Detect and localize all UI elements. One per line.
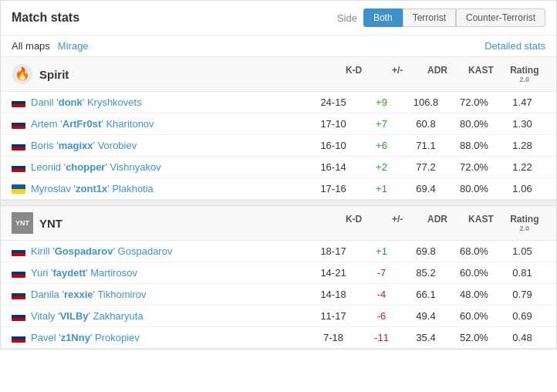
maps-row: All maps Mirage Detailed stats: [1, 35, 556, 57]
flag-russia-icon: [12, 98, 25, 107]
player-name-cell: Leonid 'chopper' Vishnyakov: [12, 161, 306, 173]
player-row: Kirill 'Gospadarov' Gospadarov 18-17 +1 …: [1, 241, 556, 262]
player-adr: 71.1: [403, 140, 449, 151]
team-ynt-label: YNT: [39, 217, 62, 230]
player-adr: 85.2: [403, 267, 449, 279]
player-kast: 68.0%: [449, 245, 499, 257]
player-kd: 17-10: [306, 118, 360, 130]
player-adr: 69.4: [403, 183, 449, 194]
player-row: Myroslav 'zont1x' Plakhotia 17-16 +1 69.…: [1, 178, 556, 200]
svg-text:🔥: 🔥: [15, 66, 30, 81]
player-rating: 1.30: [499, 118, 545, 130]
team-ynt-name-cell: YNT YNT: [12, 212, 329, 234]
player-link[interactable]: Vitaly 'VILBy' Zakharyuta: [31, 310, 143, 322]
player-rating: 1.28: [499, 140, 545, 151]
col-header-pm: +/-: [378, 65, 417, 83]
player-pm: +2: [360, 161, 403, 173]
maps-left: All maps Mirage: [12, 40, 89, 52]
player-name-cell: Danil 'donk' Kryshkovets: [12, 96, 306, 108]
player-row: Danil 'donk' Kryshkovets 24-15 +9 106.8 …: [1, 92, 556, 113]
player-name-cell: Pavel 'z1Nny' Prokopiev: [12, 332, 306, 343]
player-adr: 49.4: [403, 310, 449, 322]
player-name-cell: Kirill 'Gospadarov' Gospadarov: [12, 245, 306, 257]
team-spirit-header: 🔥 Spirit K-D +/- ADR KAST Rating2.0: [1, 57, 556, 92]
player-adr: 66.1: [403, 289, 449, 300]
map-all-maps[interactable]: All maps: [12, 40, 50, 52]
side-btn-both[interactable]: Both: [363, 8, 403, 27]
player-kast: 52.0%: [449, 332, 499, 343]
player-row: Yuri 'faydett' Martirosov 14-21 -7 85.2 …: [1, 262, 556, 284]
player-link[interactable]: Yuri 'faydett' Martirosov: [31, 267, 137, 279]
side-btn-ct[interactable]: Counter-Terrorist: [456, 8, 545, 27]
flag-russia-icon: [12, 163, 25, 172]
player-link[interactable]: Artem 'ArtFr0st' Kharitonov: [31, 118, 154, 130]
col-header-adr: ADR: [417, 65, 458, 83]
player-pm: +1: [360, 183, 403, 194]
detailed-stats-link[interactable]: Detailed stats: [484, 40, 545, 52]
player-pm: -6: [360, 310, 403, 322]
player-kast: 60.0%: [449, 267, 499, 279]
player-nickname: faydett: [53, 267, 86, 279]
player-row: Artem 'ArtFr0st' Kharitonov 17-10 +7 60.…: [1, 113, 556, 135]
player-link[interactable]: Boris 'magixx' Vorobiev: [31, 140, 137, 151]
player-row: Leonid 'chopper' Vishnyakov 16-14 +2 77.…: [1, 157, 556, 178]
side-buttons: Both Terrorist Counter-Terrorist: [363, 8, 545, 27]
team-ynt-section: YNT YNT K-D +/- ADR KAST Rating2.0 Kiril…: [1, 206, 556, 349]
player-nickname: donk: [59, 96, 83, 108]
player-pm: +7: [360, 118, 403, 130]
player-rating: 1.47: [499, 96, 545, 108]
player-link[interactable]: Danil 'donk' Kryshkovets: [31, 96, 142, 108]
match-stats-container: Match stats Side Both Terrorist Counter-…: [0, 0, 557, 350]
flag-russia-icon: [12, 269, 25, 278]
side-btn-terrorist[interactable]: Terrorist: [403, 8, 456, 27]
player-adr: 60.8: [403, 118, 449, 130]
player-row: Danila 'rexxie' Tikhomirov 14-18 -4 66.1…: [1, 284, 556, 306]
player-link[interactable]: Leonid 'chopper' Vishnyakov: [31, 161, 161, 173]
player-kast: 72.0%: [449, 161, 499, 173]
player-kd: 11-17: [306, 310, 360, 322]
player-pm: +9: [360, 96, 403, 108]
player-link[interactable]: Danila 'rexxie' Tikhomirov: [31, 289, 147, 300]
player-adr: 106.8: [403, 96, 449, 108]
player-nickname: ArtFr0st: [62, 118, 102, 130]
player-kd: 14-18: [306, 289, 360, 300]
player-rating: 1.06: [499, 183, 545, 194]
player-link[interactable]: Pavel 'z1Nny' Prokopiev: [31, 332, 140, 343]
player-kast: 60.0%: [449, 310, 499, 322]
player-rating: 0.79: [499, 289, 545, 300]
player-pm: +1: [360, 245, 403, 257]
spirit-logo-icon: 🔥: [12, 63, 33, 85]
player-name-cell: Danila 'rexxie' Tikhomirov: [12, 289, 306, 300]
team-spirit-name-cell: 🔥 Spirit: [12, 63, 329, 85]
player-link[interactable]: Myroslav 'zont1x' Plakhotia: [31, 183, 154, 194]
ynt-logo-icon: YNT: [12, 212, 33, 234]
side-label: Side: [337, 12, 357, 24]
team-spirit-section: 🔥 Spirit K-D +/- ADR KAST Rating2.0 Dani…: [1, 57, 556, 200]
col-header-kast-ynt: KAST: [458, 214, 504, 232]
col-header-kd-ynt: K-D: [329, 214, 378, 232]
player-rating: 0.81: [499, 267, 545, 279]
player-pm: -4: [360, 289, 403, 300]
flag-ukraine-icon: [12, 184, 25, 194]
player-name-cell: Boris 'magixx' Vorobiev: [12, 140, 306, 151]
player-nickname: z1Nny: [61, 332, 90, 343]
player-kd: 24-15: [306, 96, 360, 108]
flag-russia-icon: [12, 120, 25, 129]
player-name-cell: Yuri 'faydett' Martirosov: [12, 267, 306, 279]
player-rating: 0.48: [499, 332, 545, 343]
map-mirage[interactable]: Mirage: [58, 40, 89, 52]
player-kd: 17-16: [306, 183, 360, 194]
player-link[interactable]: Kirill 'Gospadarov' Gospadarov: [31, 245, 172, 257]
flag-russia-icon: [12, 333, 25, 343]
header-row: Match stats Side Both Terrorist Counter-…: [1, 1, 556, 35]
col-header-pm-ynt: +/-: [378, 214, 417, 232]
team-spirit-col-headers: K-D +/- ADR KAST Rating2.0: [329, 65, 545, 83]
player-kd: 14-21: [306, 267, 360, 279]
col-header-kast: KAST: [458, 65, 504, 83]
player-adr: 35.4: [403, 332, 449, 343]
player-row: Boris 'magixx' Vorobiev 16-10 +6 71.1 88…: [1, 135, 556, 157]
flag-russia-icon: [12, 141, 25, 150]
player-kast: 80.0%: [449, 183, 499, 194]
player-nickname: rexxie: [64, 289, 93, 300]
player-kast: 48.0%: [449, 289, 499, 300]
